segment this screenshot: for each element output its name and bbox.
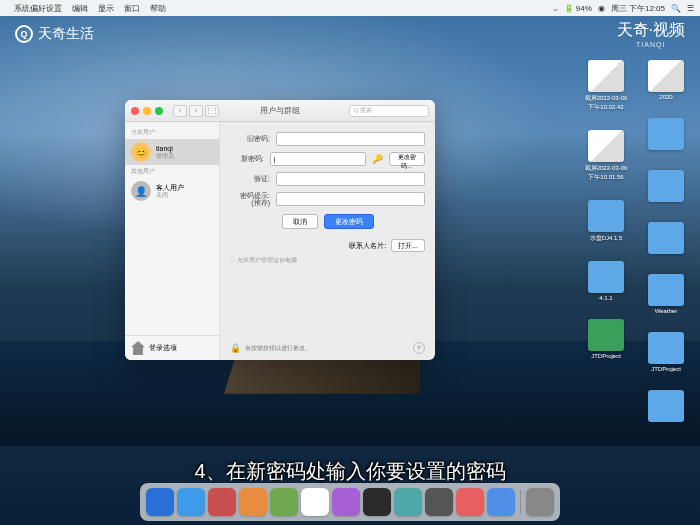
login-options[interactable]: 登录选项 (125, 335, 219, 360)
house-icon (131, 341, 145, 355)
verify-input[interactable] (276, 172, 425, 186)
desktop-folder[interactable]: 水盘DJ4.1.5 (582, 200, 630, 243)
content-pane: 旧密码: 新密码: 🔑 更改密码... 验证: 密码提示: (推荐) (220, 122, 435, 360)
dock-app-sysprefs[interactable] (425, 488, 453, 516)
avatar-icon: 😊 (131, 142, 151, 162)
desktop-icons-col2: 截屏2022-03-06下午10.02.42 截屏2022-03-06下午10.… (582, 60, 630, 359)
wifi-icon[interactable]: ◉ (598, 4, 605, 13)
menu-edit[interactable]: 编辑 (72, 3, 88, 14)
desktop-folder[interactable] (642, 118, 690, 152)
cancel-button[interactable]: 取消 (282, 214, 318, 229)
clock[interactable]: 周三 下午12:05 (611, 3, 665, 14)
dock-app[interactable] (239, 488, 267, 516)
new-password-input[interactable] (270, 152, 366, 166)
desktop-folder[interactable]: JTDProject (582, 319, 630, 359)
search-input[interactable]: Q 搜索 (349, 105, 429, 117)
desktop-icons-col1: 2020 Weather JTDProject 截屏2022-03-06下午10… (642, 60, 690, 424)
desktop-screenshot[interactable]: 截屏2022-03-06下午10.02.42 (582, 60, 630, 112)
dock-app[interactable] (363, 488, 391, 516)
titlebar[interactable]: ‹ › ⋮⋮ 用户与群组 Q 搜索 (125, 100, 435, 122)
change-password-side-button[interactable]: 更改密码... (389, 152, 425, 166)
desktop-folder[interactable]: Weather (642, 274, 690, 314)
menu-help[interactable]: 帮助 (150, 3, 166, 14)
menu-view[interactable]: 显示 (98, 3, 114, 14)
battery-status[interactable]: 🔋 94% (564, 4, 592, 13)
desktop-folder[interactable] (642, 222, 690, 256)
zoom-icon[interactable] (155, 107, 163, 115)
bluetooth-icon[interactable]: ⌵ (553, 4, 558, 13)
dock-app[interactable] (177, 488, 205, 516)
dock-separator (520, 490, 521, 514)
minimize-icon[interactable] (143, 107, 151, 115)
menu-app[interactable]: 系统偏好设置 (14, 3, 62, 14)
desktop-folder[interactable]: 4.1.1 (582, 261, 630, 301)
sidebar-user-guest[interactable]: 👤 客人用户关闭 (125, 178, 219, 204)
desktop-folder[interactable] (642, 390, 690, 424)
menu-window[interactable]: 窗口 (124, 3, 140, 14)
lock-icon[interactable]: 🔒 (230, 343, 241, 353)
admin-checkbox-row: ☐ 允许用户管理这台电脑 (230, 256, 425, 265)
hint-input[interactable] (276, 192, 425, 206)
dock-app[interactable] (208, 488, 236, 516)
desktop-folder[interactable] (642, 170, 690, 204)
grid-button[interactable]: ⋮⋮ (205, 105, 219, 117)
dock-app-finder[interactable] (146, 488, 174, 516)
contact-label: 联系人名片: (349, 241, 386, 251)
dock (140, 483, 560, 521)
desktop-folder[interactable]: JTDProject (642, 332, 690, 372)
dock-app[interactable] (456, 488, 484, 516)
nav-buttons: ‹ › ⋮⋮ (173, 105, 219, 117)
sidebar: 当前用户 😊 tianqi管理员 其他用户 👤 客人用户关闭 登录选项 (125, 122, 220, 360)
window-controls (131, 107, 163, 115)
sidebar-section-current: 当前用户 (125, 126, 219, 139)
forward-button[interactable]: › (189, 105, 203, 117)
menubar: 系统偏好设置 编辑 显示 窗口 帮助 ⌵ 🔋 94% ◉ 周三 下午12:05 … (0, 0, 700, 16)
spotlight-icon[interactable]: 🔍 (671, 4, 681, 13)
help-icon[interactable]: ? (413, 342, 425, 354)
dock-trash[interactable] (526, 488, 554, 516)
open-contact-button[interactable]: 打开... (391, 239, 425, 252)
dock-app[interactable] (301, 488, 329, 516)
watermark-right: 天奇·视频 TIANQI (617, 20, 685, 48)
lock-text: 点按锁按钮以进行更改。 (245, 344, 311, 353)
dock-app[interactable] (332, 488, 360, 516)
new-password-label: 新密码: (230, 154, 264, 164)
sidebar-user-current[interactable]: 😊 tianqi管理员 (125, 139, 219, 165)
hint-label: 密码提示: (推荐) (230, 192, 270, 206)
dock-app[interactable] (394, 488, 422, 516)
confirm-change-button[interactable]: 更改密码 (324, 214, 374, 229)
back-button[interactable]: ‹ (173, 105, 187, 117)
watermark-logo-icon: Q (15, 25, 33, 43)
close-icon[interactable] (131, 107, 139, 115)
watermark-left: Q 天奇生活 (15, 25, 94, 43)
video-subtitle: 4、在新密码处输入你要设置的密码 (194, 458, 505, 485)
verify-label: 验证: (230, 174, 270, 184)
desktop-folder[interactable]: 2020 (642, 60, 690, 100)
old-password-label: 旧密码: (230, 134, 270, 144)
old-password-input[interactable] (276, 132, 425, 146)
key-icon[interactable]: 🔑 (372, 153, 383, 165)
sidebar-section-other: 其他用户 (125, 165, 219, 178)
control-center-icon[interactable]: ☰ (687, 4, 694, 13)
window-title: 用户与群组 (260, 105, 300, 116)
desktop: 系统偏好设置 编辑 显示 窗口 帮助 ⌵ 🔋 94% ◉ 周三 下午12:05 … (0, 0, 700, 525)
dock-app[interactable] (270, 488, 298, 516)
dock-app[interactable] (487, 488, 515, 516)
desktop-screenshot[interactable]: 截屏2022-03-06下午10.01.56 (582, 130, 630, 182)
users-groups-window: ‹ › ⋮⋮ 用户与群组 Q 搜索 当前用户 😊 tianqi管理员 其他用户 … (125, 100, 435, 360)
guest-icon: 👤 (131, 181, 151, 201)
